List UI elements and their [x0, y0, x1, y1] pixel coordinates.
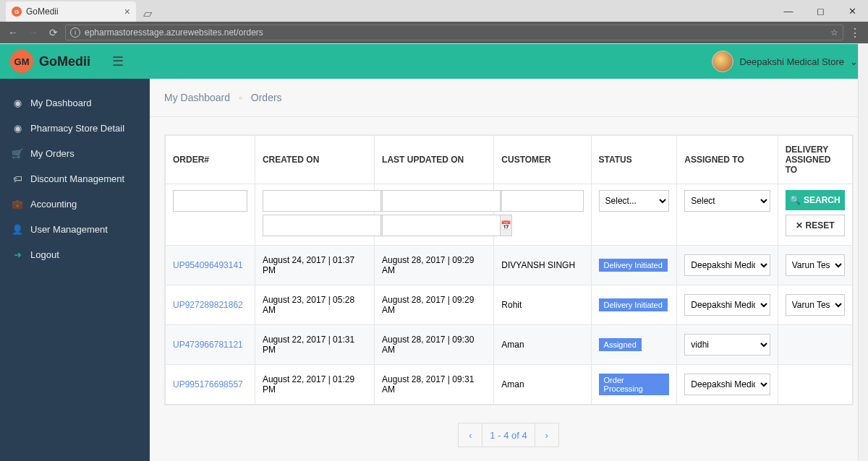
- menu-toggle-icon[interactable]: ☰: [112, 53, 124, 69]
- tab-close-icon[interactable]: ×: [124, 6, 130, 17]
- sidebar-item-label: My Orders: [30, 148, 75, 159]
- app-body: ◉My Dashboard◉Pharmacy Store Detail🛒My O…: [0, 79, 868, 461]
- sidebar-icon: 💼: [12, 199, 23, 210]
- calendar-icon[interactable]: 📅: [500, 215, 512, 236]
- cell-customer: DIVYANSH SINGH: [494, 246, 591, 285]
- filter-order-input[interactable]: [173, 190, 247, 212]
- reset-button[interactable]: ✕ RESET: [786, 215, 845, 236]
- filter-created-from[interactable]: [263, 190, 380, 212]
- page-next-button[interactable]: ›: [535, 423, 559, 447]
- reload-button[interactable]: ⟳: [45, 24, 62, 41]
- sidebar-item-label: User Management: [30, 224, 108, 235]
- cell-updated: August 28, 2017 | 09:29 AM: [375, 246, 494, 285]
- order-link[interactable]: UP954096493141: [173, 260, 243, 270]
- bookmark-icon[interactable]: ☆: [830, 27, 838, 38]
- back-button[interactable]: ←: [4, 24, 22, 41]
- sidebar-item-label: My Dashboard: [30, 98, 92, 108]
- order-link[interactable]: UP927289821862: [173, 300, 243, 310]
- row-delivery-select[interactable]: Varun Test: [786, 294, 845, 316]
- table-row: UP927289821862 August 23, 2017 | 05:28 A…: [166, 285, 853, 325]
- th-assigned: ASSIGNED TO: [677, 136, 778, 184]
- user-menu[interactable]: Deepakshi Medical Store ⌄: [712, 51, 858, 72]
- search-icon: 🔍: [790, 195, 801, 205]
- maximize-button[interactable]: ◻: [804, 0, 836, 22]
- page-prev-button[interactable]: ‹: [458, 423, 482, 447]
- logo-badge: GM: [10, 50, 33, 73]
- sidebar-item-label: Pharmacy Store Detail: [30, 123, 124, 134]
- sidebar-item-label: Discount Management: [30, 173, 124, 184]
- cell-created: August 22, 2017 | 01:31 PM: [255, 325, 374, 365]
- sidebar-item-logout[interactable]: ➜Logout: [0, 242, 150, 267]
- user-store-label: Deepakshi Medical Store: [739, 56, 844, 67]
- url-text: epharmastoresstage.azurewebsites.net/ord…: [85, 27, 263, 38]
- browser-menu-icon[interactable]: ⋮: [846, 26, 864, 40]
- filter-updated-to[interactable]: [382, 215, 500, 236]
- sidebar-item-my-orders[interactable]: 🛒My Orders: [0, 141, 150, 166]
- window-controls: — ◻ ✕: [773, 0, 868, 22]
- orders-table: ORDER# CREATED ON LAST UPDATED ON CUSTOM…: [165, 135, 853, 405]
- sidebar-item-label: Logout: [30, 249, 59, 260]
- cell-customer: Aman: [494, 365, 591, 405]
- search-button[interactable]: 🔍SEARCH: [786, 190, 845, 210]
- status-badge: Order Processing: [599, 374, 670, 395]
- app-header: GM GoMedii ☰ Deepakshi Medical Store ⌄: [0, 44, 868, 79]
- browser-chrome: G GoMedii × ▱ — ◻ ✕ ← → ⟳ i epharmastore…: [0, 0, 868, 44]
- tab-title: GoMedii: [26, 7, 59, 17]
- main-content: My Dashboard ◦ Orders ORDER# CREATED ON …: [150, 79, 868, 461]
- th-customer: CUSTOMER: [494, 136, 591, 184]
- sidebar-icon: ◉: [12, 123, 23, 134]
- sidebar-icon: 🏷: [12, 173, 23, 184]
- scrollbar[interactable]: [858, 43, 868, 461]
- cell-created: August 24, 2017 | 01:37 PM: [255, 246, 374, 285]
- new-tab-button[interactable]: ▱: [139, 4, 156, 22]
- breadcrumb-separator: ◦: [239, 92, 242, 103]
- filter-assigned-select[interactable]: Select: [684, 190, 770, 212]
- filter-status-select[interactable]: Select...: [599, 190, 670, 212]
- sidebar: ◉My Dashboard◉Pharmacy Store Detail🛒My O…: [0, 79, 150, 461]
- filter-customer-input[interactable]: [501, 190, 583, 212]
- th-created: CREATED ON: [255, 136, 374, 184]
- sidebar-item-my-dashboard[interactable]: ◉My Dashboard: [0, 90, 150, 116]
- cell-updated: August 28, 2017 | 09:30 AM: [375, 325, 494, 365]
- orders-panel: ORDER# CREATED ON LAST UPDATED ON CUSTOM…: [164, 134, 854, 405]
- minimize-button[interactable]: —: [773, 0, 804, 22]
- sidebar-item-accounting[interactable]: 💼Accounting: [0, 191, 150, 217]
- sidebar-item-discount-management[interactable]: 🏷Discount Management: [0, 166, 150, 191]
- sidebar-icon: ◉: [12, 98, 23, 108]
- pagination: ‹ 1 - 4 of 4 ›: [150, 423, 868, 447]
- sidebar-item-label: Accounting: [30, 199, 77, 210]
- status-badge: Delivery Initiated: [599, 259, 668, 272]
- favicon-icon: G: [12, 7, 22, 17]
- th-order: ORDER#: [166, 136, 255, 184]
- sidebar-item-pharmacy-store-detail[interactable]: ◉Pharmacy Store Detail: [0, 116, 150, 141]
- cell-customer: Rohit: [494, 285, 591, 325]
- row-delivery-select[interactable]: Varun Test: [786, 254, 845, 276]
- url-field[interactable]: i epharmastoresstage.azurewebsites.net/o…: [65, 25, 843, 40]
- status-badge: Delivery Initiated: [599, 298, 668, 311]
- row-assigned-select[interactable]: Deepakshi Medical Sto: [684, 294, 770, 316]
- table-row: UP995176698557 August 22, 2017 | 01:29 P…: [166, 365, 853, 405]
- th-delivery: DELIVERY ASSIGNED TO: [778, 136, 852, 184]
- order-link[interactable]: UP473966781121: [173, 340, 243, 350]
- row-assigned-select[interactable]: vidhi: [684, 334, 770, 356]
- close-window-button[interactable]: ✕: [836, 0, 868, 22]
- site-info-icon[interactable]: i: [70, 27, 80, 38]
- order-link[interactable]: UP995176698557: [173, 379, 243, 389]
- sidebar-icon: ➜: [12, 249, 23, 260]
- th-updated: LAST UPDATED ON: [375, 136, 494, 184]
- table-row: UP473966781121 August 22, 2017 | 01:31 P…: [166, 325, 853, 365]
- cell-customer: Aman: [494, 325, 591, 365]
- browser-tab[interactable]: G GoMedii ×: [6, 1, 136, 22]
- sidebar-item-user-management[interactable]: 👤User Management: [0, 217, 150, 242]
- page-info: 1 - 4 of 4: [482, 423, 535, 447]
- forward-button[interactable]: →: [25, 24, 42, 41]
- th-status: STATUS: [591, 136, 677, 184]
- status-badge: Assigned: [599, 338, 642, 351]
- breadcrumb-current: Orders: [251, 92, 282, 103]
- row-assigned-select[interactable]: Deepakshi Medical Sto: [684, 374, 770, 395]
- row-assigned-select[interactable]: Deepakshi Medical Sto: [684, 254, 770, 276]
- cell-updated: August 28, 2017 | 09:31 AM: [375, 365, 494, 405]
- breadcrumb-root[interactable]: My Dashboard: [164, 92, 230, 103]
- filter-created-to[interactable]: [263, 215, 380, 236]
- filter-updated-from[interactable]: [382, 190, 500, 212]
